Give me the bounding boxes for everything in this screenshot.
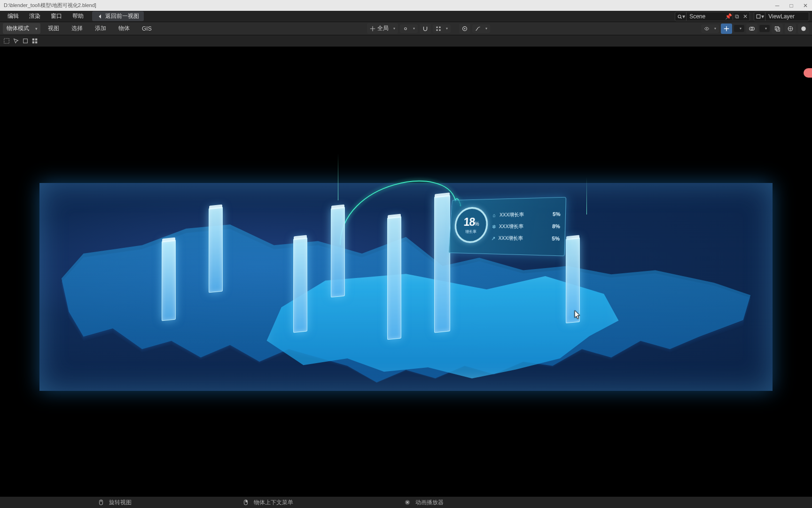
data-bar: [293, 237, 307, 333]
delete-scene-icon[interactable]: ✕: [741, 13, 750, 20]
magnet-icon: [422, 25, 429, 32]
header-menu-object[interactable]: 物体: [114, 23, 134, 34]
transform-orientation-dropdown[interactable]: 全局 ▾: [367, 23, 398, 34]
menu-window[interactable]: 窗口: [46, 11, 67, 21]
minimize-button[interactable]: ─: [774, 2, 780, 9]
orientation-icon: [370, 26, 375, 32]
gizmo-icon: [723, 25, 730, 32]
select-lasso-icon[interactable]: [21, 36, 30, 46]
metric-row: ✲ XXX增长率 8%: [492, 222, 560, 230]
header-menu-view[interactable]: 视图: [43, 23, 64, 34]
header-menu-select[interactable]: 选择: [67, 23, 87, 34]
select-mode-toolbar: [0, 35, 812, 47]
overlay-toggle[interactable]: [746, 24, 757, 34]
close-circle-icon: [404, 499, 411, 506]
svg-rect-17: [32, 39, 34, 40]
chevron-down-icon: ▾: [393, 26, 395, 31]
status-rotate-view: 旋转视图: [94, 499, 135, 507]
chevron-down-icon: ▾: [485, 26, 487, 31]
svg-rect-2: [437, 26, 438, 28]
visibility-dropdown[interactable]: ▾: [701, 24, 719, 33]
svg-rect-5: [439, 29, 441, 31]
status-rotate-view-label: 旋转视图: [109, 499, 132, 507]
gizmo-dropdown[interactable]: ▾: [734, 25, 744, 32]
sphere-wire-icon: [787, 25, 794, 32]
scene-selector[interactable]: ▾ Scene 📌 ⧉ ✕: [675, 12, 750, 21]
data-bar: [209, 206, 223, 293]
gear-icon: ✲: [492, 224, 497, 229]
menu-edit[interactable]: 编辑: [3, 11, 23, 21]
sphere-solid-icon: [800, 25, 807, 32]
mouse-cursor-icon: [574, 310, 581, 318]
svg-point-7: [464, 28, 466, 29]
data-bar: [331, 206, 345, 297]
overlay-dropdown[interactable]: ▾: [759, 25, 770, 32]
info-panel: 18% 增长率 ⌂ XXX增长率 5% ✲ XXX增长率 8% ↗ XXX增长率…: [448, 197, 566, 256]
map-visualization: 18% 增长率 ⌂ XXX增长率 5% ✲ XXX增长率 8% ↗ XXX增长率…: [30, 125, 782, 454]
select-box-icon[interactable]: [2, 36, 11, 46]
proportional-falloff-dropdown[interactable]: ▾: [472, 24, 490, 33]
pivot-point-dropdown[interactable]: ▾: [400, 24, 418, 33]
svg-rect-15: [4, 39, 9, 44]
svg-rect-11: [775, 26, 779, 30]
svg-point-0: [678, 15, 681, 18]
viewport-header: 物体模式 视图 选择 添加 物体 GIS 全局 ▾ ▾ ▾ ▾: [0, 22, 812, 35]
svg-rect-20: [35, 41, 37, 43]
proportional-edit-toggle[interactable]: [459, 24, 470, 34]
status-animation-player: 动画播放器: [400, 499, 447, 507]
copy-scene-icon[interactable]: ⧉: [733, 13, 741, 20]
data-bar: [387, 216, 401, 340]
metric-row: ↗ XXX增长率 5%: [491, 234, 560, 242]
metric-value: 5%: [553, 211, 561, 217]
viewlayer-icon: ▾: [754, 12, 765, 21]
select-circle-icon[interactable]: [30, 36, 39, 46]
metric-value: 8%: [552, 223, 560, 230]
status-context-menu: 物体上下文菜单: [239, 499, 297, 507]
back-previous-view-label: 返回前一视图: [105, 12, 139, 20]
svg-rect-4: [437, 29, 438, 31]
window-title-path: D:\blender_tool\模型\地图可视化2.blend]: [4, 2, 96, 9]
pin-scene-icon[interactable]: 📌: [724, 13, 733, 20]
viewlayer-selector[interactable]: ▾ ViewLayer: [754, 12, 809, 21]
3d-viewport[interactable]: 18% 增长率 ⌂ XXX增长率 5% ✲ XXX增长率 8% ↗ XXX增长率…: [0, 47, 812, 497]
cursor-tool-icon[interactable]: [11, 36, 21, 46]
mode-label: 物体模式: [7, 24, 29, 32]
menu-help[interactable]: 帮助: [68, 11, 88, 21]
snap-element-dropdown[interactable]: ▾: [433, 24, 451, 33]
metric-row: ⌂ XXX增长率 5%: [492, 210, 561, 218]
svg-rect-16: [23, 39, 28, 43]
shading-wireframe[interactable]: [785, 24, 796, 34]
chevron-down-icon: ▾: [413, 26, 415, 31]
interaction-mode-dropdown[interactable]: 物体模式: [3, 23, 40, 34]
close-button[interactable]: ✕: [803, 2, 808, 9]
metric-label: XXX增长率: [498, 234, 523, 242]
chevron-down-icon: ▾: [446, 26, 448, 31]
svg-rect-19: [32, 41, 34, 43]
link-icon: [403, 26, 408, 32]
xray-toggle[interactable]: [772, 24, 783, 34]
svg-point-8: [706, 28, 707, 29]
gizmo-toggle[interactable]: [721, 24, 732, 34]
metric-value: 5%: [552, 236, 560, 242]
arrow-up-icon: ↗: [492, 235, 496, 240]
record-indicator-icon: [804, 68, 812, 78]
svg-rect-12: [776, 28, 780, 31]
svg-rect-22: [101, 500, 102, 502]
marker-line: [586, 177, 587, 214]
back-previous-view-button[interactable]: 返回前一视图: [92, 11, 144, 21]
mouse-middle-icon: [98, 499, 104, 506]
curve-icon: [475, 26, 481, 32]
header-menu-add[interactable]: 添加: [90, 23, 111, 34]
svg-rect-1: [757, 15, 760, 18]
scene-icon: ▾: [675, 12, 687, 21]
maximize-button[interactable]: □: [789, 2, 794, 9]
snap-toggle[interactable]: [420, 24, 431, 34]
shading-solid[interactable]: [798, 24, 809, 34]
svg-rect-18: [35, 39, 37, 40]
circle-dot-icon: [461, 25, 468, 32]
svg-rect-3: [439, 26, 441, 28]
header-menu-gis[interactable]: GIS: [137, 24, 156, 33]
data-bar: [434, 195, 450, 333]
menu-render[interactable]: 渲染: [24, 11, 45, 21]
chevron-down-icon: ▾: [714, 26, 716, 31]
